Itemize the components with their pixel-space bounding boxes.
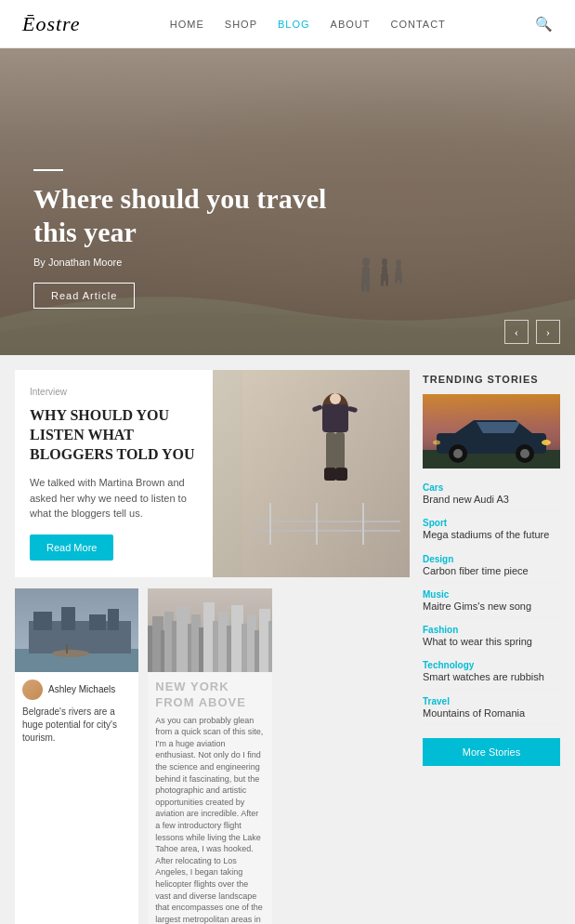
- hero-author: By Jonathan Moore: [33, 257, 331, 268]
- featured-article: Interview WHY SHOULD YOU LISTEN WHAT BLO…: [15, 370, 410, 577]
- city-svg: [148, 588, 271, 672]
- castle-svg: [15, 588, 138, 672]
- svg-rect-6: [381, 273, 384, 286]
- navbar: Ēostre HOME SHOP BLOG ABOUT CONTACT 🔍: [0, 0, 575, 48]
- svg-point-0: [362, 257, 370, 267]
- svg-rect-20: [322, 404, 348, 432]
- read-more-button[interactable]: Read More: [30, 535, 113, 561]
- hero-prev-arrow[interactable]: ‹: [504, 320, 529, 344]
- svg-rect-35: [66, 644, 68, 653]
- svg-rect-42: [176, 607, 189, 672]
- trending-item[interactable]: Cars Brand new Audi A3: [423, 478, 560, 511]
- trending-item[interactable]: Sport Mega stadiums of the future: [423, 513, 560, 547]
- newyork-image: [148, 588, 271, 672]
- svg-rect-55: [268, 621, 271, 672]
- featured-tag: Interview: [30, 387, 198, 397]
- newyork-title: NEW YORK FROM ABOVE: [148, 672, 271, 715]
- hero-section: Where should you travel this year By Jon…: [0, 48, 575, 355]
- belgrade-caption: Belgrade's rivers are a huge potential f…: [22, 706, 131, 745]
- right-panel: TRENDING STORIES: [423, 370, 560, 924]
- nav-contact[interactable]: CONTACT: [390, 19, 445, 30]
- svg-point-34: [52, 650, 89, 657]
- nav-about[interactable]: ABOUT: [331, 19, 371, 30]
- svg-rect-11: [399, 272, 402, 284]
- svg-rect-10: [395, 272, 398, 284]
- cards-row: Ashley Michaels Belgrade's rivers are a …: [15, 588, 410, 924]
- hero-silhouettes: [352, 255, 408, 329]
- nav-home[interactable]: HOME: [170, 19, 204, 30]
- belgrade-card: Ashley Michaels Belgrade's rivers are a …: [15, 588, 138, 924]
- svg-point-60: [453, 449, 463, 458]
- nav-links: HOME SHOP BLOG ABOUT CONTACT: [170, 19, 446, 30]
- svg-rect-31: [61, 607, 75, 630]
- trending-header: TRENDING STORIES: [423, 370, 560, 385]
- search-icon[interactable]: 🔍: [535, 16, 553, 33]
- main-content: Interview WHY SHOULD YOU LISTEN WHAT BLO…: [0, 355, 575, 924]
- svg-rect-32: [89, 614, 106, 630]
- nav-blog[interactable]: BLOG: [278, 19, 310, 30]
- hero-title: Where should you travel this year: [33, 182, 331, 249]
- svg-rect-33: [108, 609, 119, 630]
- trending-item[interactable]: Travel Mountains of Romania: [423, 692, 560, 725]
- belgrade-body: Ashley Michaels Belgrade's rivers are a …: [15, 672, 138, 752]
- svg-rect-30: [33, 612, 52, 630]
- svg-point-4: [382, 258, 387, 266]
- svg-point-62: [520, 449, 529, 458]
- svg-point-8: [396, 259, 401, 267]
- svg-point-63: [542, 440, 551, 445]
- car-svg: [423, 394, 560, 469]
- nav-shop[interactable]: SHOP: [225, 19, 257, 30]
- hero-content: Where should you travel this year By Jon…: [33, 169, 331, 309]
- read-article-button[interactable]: Read Article: [33, 283, 135, 309]
- site-logo[interactable]: Ēostre: [22, 12, 81, 36]
- trending-item[interactable]: Design Carbon fiber time piece: [423, 549, 560, 583]
- belgrade-image: [15, 588, 138, 672]
- trending-item[interactable]: Music Maitre Gims's new song: [423, 585, 560, 618]
- featured-image: [213, 370, 411, 577]
- svg-point-19: [330, 393, 341, 404]
- svg-rect-23: [324, 468, 336, 481]
- left-panel: Interview WHY SHOULD YOU LISTEN WHAT BLO…: [15, 370, 410, 924]
- hero-line: [33, 169, 63, 171]
- avatar: [22, 680, 43, 700]
- trending-image: [423, 394, 560, 469]
- svg-point-64: [433, 441, 440, 445]
- author-name: Ashley Michaels: [48, 684, 115, 694]
- trending-list: Cars Brand new Audi A3 Sport Mega stadiu…: [423, 478, 560, 725]
- featured-title: WHY SHOULD YOU LISTEN WHAT BLOGGERS TOLD…: [30, 406, 198, 464]
- svg-rect-7: [386, 273, 388, 286]
- more-stories-button[interactable]: More Stories: [423, 738, 560, 766]
- featured-text: Interview WHY SHOULD YOU LISTEN WHAT BLO…: [15, 370, 213, 577]
- svg-rect-21: [326, 432, 335, 469]
- featured-desc: We talked with Martina Brown and asked h…: [30, 475, 198, 521]
- newyork-text: As you can probably glean from a quick s…: [148, 715, 271, 924]
- author-row: Ashley Michaels: [22, 680, 131, 700]
- trending-item[interactable]: Technology Smart watches are rubbish: [423, 655, 560, 689]
- hero-next-arrow[interactable]: ›: [536, 320, 560, 344]
- trending-item[interactable]: Fashion What to wear this spring: [423, 620, 560, 653]
- svg-rect-24: [335, 468, 347, 481]
- newyork-card: NEW YORK FROM ABOVE As you can probably …: [148, 588, 271, 924]
- svg-rect-3: [366, 275, 370, 292]
- featured-person-svg: [242, 370, 410, 577]
- svg-rect-22: [335, 432, 345, 469]
- svg-rect-2: [361, 275, 365, 292]
- hero-arrows: ‹ ›: [504, 320, 560, 344]
